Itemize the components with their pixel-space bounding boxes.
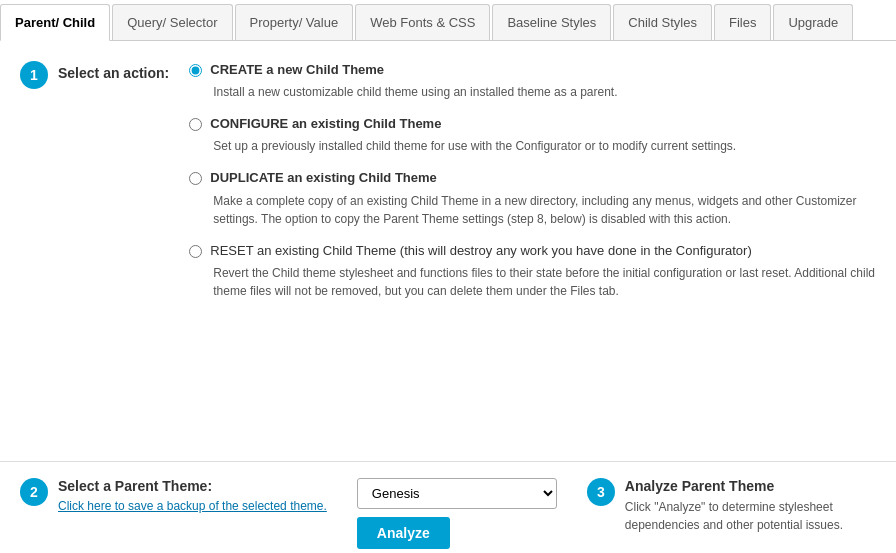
section3: 3 Analyze Parent Theme Click "Analyze" t… xyxy=(587,478,876,534)
option-duplicate-desc: Make a complete copy of an existing Chil… xyxy=(213,192,876,228)
tab-bar: Parent/ Child Query/ Selector Property/ … xyxy=(0,0,896,41)
option-duplicate-title[interactable]: DUPLICATE an existing Child Theme xyxy=(210,169,437,187)
section3-title: Analyze Parent Theme xyxy=(625,478,876,494)
section2-backup-link[interactable]: Click here to save a backup of the selec… xyxy=(58,498,327,515)
step3-number: 3 xyxy=(587,478,615,506)
radio-create[interactable] xyxy=(189,64,202,77)
tab-property-value[interactable]: Property/ Value xyxy=(235,4,354,40)
tab-child-styles[interactable]: Child Styles xyxy=(613,4,712,40)
tab-files[interactable]: Files xyxy=(714,4,771,40)
option-create-desc: Install a new customizable child theme u… xyxy=(213,83,876,101)
middle-area: Genesis Twenty Twenty Twenty Twenty-One … xyxy=(357,478,557,549)
option-reset-desc: Revert the Child theme stylesheet and fu… xyxy=(213,264,876,300)
section2-content: Select a Parent Theme: Click here to sav… xyxy=(58,478,327,515)
option-reset: RESET an existing Child Theme (this will… xyxy=(189,242,876,300)
options-area: CREATE a new Child Theme Install a new c… xyxy=(189,61,876,314)
section1: 1 Select an action: CREATE a new Child T… xyxy=(20,61,876,314)
tab-upgrade[interactable]: Upgrade xyxy=(773,4,853,40)
option-configure: CONFIGURE an existing Child Theme Set up… xyxy=(189,115,876,155)
option-create: CREATE a new Child Theme Install a new c… xyxy=(189,61,876,101)
option-configure-title[interactable]: CONFIGURE an existing Child Theme xyxy=(210,115,441,133)
main-content: 1 Select an action: CREATE a new Child T… xyxy=(0,41,896,461)
section2: 2 Select a Parent Theme: Click here to s… xyxy=(20,478,327,515)
section3-content: Analyze Parent Theme Click "Analyze" to … xyxy=(625,478,876,534)
tab-web-fonts-css[interactable]: Web Fonts & CSS xyxy=(355,4,490,40)
step1-number: 1 xyxy=(20,61,48,89)
option-reset-title-normal: RESET an existing Child Theme xyxy=(210,243,400,258)
option-reset-title-bold: (this will destroy any work you have don… xyxy=(400,243,752,258)
tab-parent-child[interactable]: Parent/ Child xyxy=(0,4,110,41)
option-create-row: CREATE a new Child Theme xyxy=(189,61,876,79)
parent-theme-dropdown[interactable]: Genesis Twenty Twenty Twenty Twenty-One … xyxy=(357,478,557,509)
step1-label-text: Select an action: xyxy=(58,61,169,81)
option-configure-desc: Set up a previously installed child them… xyxy=(213,137,876,155)
section2-title: Select a Parent Theme: xyxy=(58,478,327,494)
option-reset-title[interactable]: RESET an existing Child Theme (this will… xyxy=(210,242,751,260)
option-duplicate-row: DUPLICATE an existing Child Theme xyxy=(189,169,876,187)
radio-configure[interactable] xyxy=(189,118,202,131)
radio-duplicate[interactable] xyxy=(189,172,202,185)
option-create-title[interactable]: CREATE a new Child Theme xyxy=(210,61,384,79)
option-duplicate: DUPLICATE an existing Child Theme Make a… xyxy=(189,169,876,227)
section1-label: 1 Select an action: xyxy=(20,61,169,314)
step2-number: 2 xyxy=(20,478,48,506)
analyze-button[interactable]: Analyze xyxy=(357,517,450,549)
bottom-area: 2 Select a Parent Theme: Click here to s… xyxy=(0,461,896,553)
option-configure-row: CONFIGURE an existing Child Theme xyxy=(189,115,876,133)
tab-query-selector[interactable]: Query/ Selector xyxy=(112,4,232,40)
section3-desc: Click "Analyze" to determine stylesheet … xyxy=(625,498,876,534)
tab-baseline-styles[interactable]: Baseline Styles xyxy=(492,4,611,40)
radio-reset[interactable] xyxy=(189,245,202,258)
option-reset-row: RESET an existing Child Theme (this will… xyxy=(189,242,876,260)
